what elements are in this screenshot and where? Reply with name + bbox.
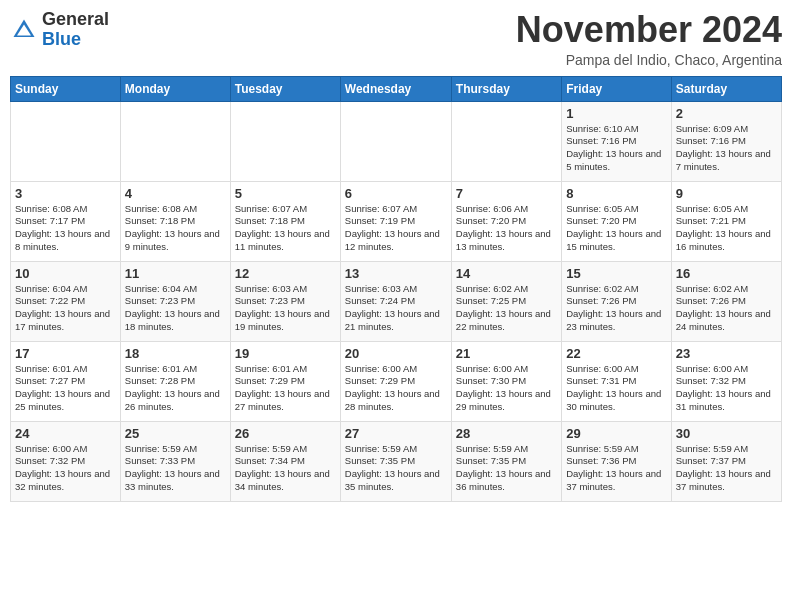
day-info: Sunrise: 6:01 AMSunset: 7:29 PMDaylight:…: [235, 363, 336, 414]
calendar-cell: 13Sunrise: 6:03 AMSunset: 7:24 PMDayligh…: [340, 261, 451, 341]
calendar-cell: [340, 101, 451, 181]
day-number: 7: [456, 186, 557, 201]
day-info: Sunrise: 6:03 AMSunset: 7:23 PMDaylight:…: [235, 283, 336, 334]
page-header: General Blue November 2024 Pampa del Ind…: [10, 10, 782, 68]
day-number: 25: [125, 426, 226, 441]
calendar-table: SundayMondayTuesdayWednesdayThursdayFrid…: [10, 76, 782, 502]
day-number: 17: [15, 346, 116, 361]
day-number: 12: [235, 266, 336, 281]
day-of-week-header: Friday: [562, 76, 671, 101]
day-info: Sunrise: 6:02 AMSunset: 7:25 PMDaylight:…: [456, 283, 557, 334]
calendar-cell: 20Sunrise: 6:00 AMSunset: 7:29 PMDayligh…: [340, 341, 451, 421]
day-info: Sunrise: 6:05 AMSunset: 7:20 PMDaylight:…: [566, 203, 666, 254]
day-info: Sunrise: 6:06 AMSunset: 7:20 PMDaylight:…: [456, 203, 557, 254]
month-title: November 2024: [516, 10, 782, 50]
day-info: Sunrise: 6:08 AMSunset: 7:17 PMDaylight:…: [15, 203, 116, 254]
day-info: Sunrise: 6:00 AMSunset: 7:29 PMDaylight:…: [345, 363, 447, 414]
day-number: 19: [235, 346, 336, 361]
calendar-cell: 10Sunrise: 6:04 AMSunset: 7:22 PMDayligh…: [11, 261, 121, 341]
day-of-week-header: Sunday: [11, 76, 121, 101]
calendar-cell: 4Sunrise: 6:08 AMSunset: 7:18 PMDaylight…: [120, 181, 230, 261]
calendar-week-row: 24Sunrise: 6:00 AMSunset: 7:32 PMDayligh…: [11, 421, 782, 501]
calendar-cell: 6Sunrise: 6:07 AMSunset: 7:19 PMDaylight…: [340, 181, 451, 261]
day-number: 4: [125, 186, 226, 201]
day-number: 13: [345, 266, 447, 281]
calendar-cell: 25Sunrise: 5:59 AMSunset: 7:33 PMDayligh…: [120, 421, 230, 501]
day-info: Sunrise: 5:59 AMSunset: 7:36 PMDaylight:…: [566, 443, 666, 494]
calendar-cell: 16Sunrise: 6:02 AMSunset: 7:26 PMDayligh…: [671, 261, 781, 341]
calendar-cell: 2Sunrise: 6:09 AMSunset: 7:16 PMDaylight…: [671, 101, 781, 181]
logo-blue: Blue: [42, 29, 81, 49]
calendar-cell: 22Sunrise: 6:00 AMSunset: 7:31 PMDayligh…: [562, 341, 671, 421]
day-number: 9: [676, 186, 777, 201]
calendar-cell: 21Sunrise: 6:00 AMSunset: 7:30 PMDayligh…: [451, 341, 561, 421]
calendar-week-row: 10Sunrise: 6:04 AMSunset: 7:22 PMDayligh…: [11, 261, 782, 341]
day-number: 6: [345, 186, 447, 201]
day-number: 27: [345, 426, 447, 441]
day-number: 22: [566, 346, 666, 361]
day-number: 2: [676, 106, 777, 121]
day-info: Sunrise: 5:59 AMSunset: 7:35 PMDaylight:…: [456, 443, 557, 494]
calendar-cell: 12Sunrise: 6:03 AMSunset: 7:23 PMDayligh…: [230, 261, 340, 341]
day-number: 26: [235, 426, 336, 441]
day-info: Sunrise: 6:07 AMSunset: 7:18 PMDaylight:…: [235, 203, 336, 254]
calendar-body: 1Sunrise: 6:10 AMSunset: 7:16 PMDaylight…: [11, 101, 782, 501]
day-info: Sunrise: 6:00 AMSunset: 7:32 PMDaylight:…: [15, 443, 116, 494]
day-info: Sunrise: 5:59 AMSunset: 7:35 PMDaylight:…: [345, 443, 447, 494]
day-number: 28: [456, 426, 557, 441]
day-number: 23: [676, 346, 777, 361]
day-of-week-header: Monday: [120, 76, 230, 101]
day-number: 30: [676, 426, 777, 441]
day-number: 5: [235, 186, 336, 201]
day-of-week-header: Thursday: [451, 76, 561, 101]
calendar-cell: 11Sunrise: 6:04 AMSunset: 7:23 PMDayligh…: [120, 261, 230, 341]
day-number: 24: [15, 426, 116, 441]
calendar-cell: 30Sunrise: 5:59 AMSunset: 7:37 PMDayligh…: [671, 421, 781, 501]
calendar-cell: 15Sunrise: 6:02 AMSunset: 7:26 PMDayligh…: [562, 261, 671, 341]
day-number: 11: [125, 266, 226, 281]
day-number: 18: [125, 346, 226, 361]
calendar-cell: 7Sunrise: 6:06 AMSunset: 7:20 PMDaylight…: [451, 181, 561, 261]
logo-general: General: [42, 9, 109, 29]
calendar-cell: [451, 101, 561, 181]
days-of-week-row: SundayMondayTuesdayWednesdayThursdayFrid…: [11, 76, 782, 101]
calendar-cell: 5Sunrise: 6:07 AMSunset: 7:18 PMDaylight…: [230, 181, 340, 261]
day-of-week-header: Wednesday: [340, 76, 451, 101]
calendar-cell: 17Sunrise: 6:01 AMSunset: 7:27 PMDayligh…: [11, 341, 121, 421]
day-info: Sunrise: 6:09 AMSunset: 7:16 PMDaylight:…: [676, 123, 777, 174]
day-info: Sunrise: 6:10 AMSunset: 7:16 PMDaylight:…: [566, 123, 666, 174]
location: Pampa del Indio, Chaco, Argentina: [516, 52, 782, 68]
day-info: Sunrise: 6:04 AMSunset: 7:22 PMDaylight:…: [15, 283, 116, 334]
day-info: Sunrise: 6:01 AMSunset: 7:28 PMDaylight:…: [125, 363, 226, 414]
logo-icon: [10, 16, 38, 44]
day-info: Sunrise: 6:08 AMSunset: 7:18 PMDaylight:…: [125, 203, 226, 254]
day-number: 10: [15, 266, 116, 281]
day-info: Sunrise: 6:03 AMSunset: 7:24 PMDaylight:…: [345, 283, 447, 334]
calendar-cell: [11, 101, 121, 181]
calendar-cell: 18Sunrise: 6:01 AMSunset: 7:28 PMDayligh…: [120, 341, 230, 421]
calendar-cell: 9Sunrise: 6:05 AMSunset: 7:21 PMDaylight…: [671, 181, 781, 261]
day-number: 14: [456, 266, 557, 281]
day-number: 3: [15, 186, 116, 201]
calendar-cell: 3Sunrise: 6:08 AMSunset: 7:17 PMDaylight…: [11, 181, 121, 261]
day-of-week-header: Tuesday: [230, 76, 340, 101]
day-info: Sunrise: 6:02 AMSunset: 7:26 PMDaylight:…: [566, 283, 666, 334]
calendar-cell: 23Sunrise: 6:00 AMSunset: 7:32 PMDayligh…: [671, 341, 781, 421]
calendar-cell: 26Sunrise: 5:59 AMSunset: 7:34 PMDayligh…: [230, 421, 340, 501]
day-info: Sunrise: 6:00 AMSunset: 7:32 PMDaylight:…: [676, 363, 777, 414]
calendar-week-row: 17Sunrise: 6:01 AMSunset: 7:27 PMDayligh…: [11, 341, 782, 421]
day-number: 1: [566, 106, 666, 121]
calendar-week-row: 1Sunrise: 6:10 AMSunset: 7:16 PMDaylight…: [11, 101, 782, 181]
calendar-cell: 24Sunrise: 6:00 AMSunset: 7:32 PMDayligh…: [11, 421, 121, 501]
calendar-cell: 27Sunrise: 5:59 AMSunset: 7:35 PMDayligh…: [340, 421, 451, 501]
calendar-cell: 8Sunrise: 6:05 AMSunset: 7:20 PMDaylight…: [562, 181, 671, 261]
day-info: Sunrise: 6:07 AMSunset: 7:19 PMDaylight:…: [345, 203, 447, 254]
day-number: 21: [456, 346, 557, 361]
day-info: Sunrise: 6:01 AMSunset: 7:27 PMDaylight:…: [15, 363, 116, 414]
calendar-cell: 1Sunrise: 6:10 AMSunset: 7:16 PMDaylight…: [562, 101, 671, 181]
calendar-week-row: 3Sunrise: 6:08 AMSunset: 7:17 PMDaylight…: [11, 181, 782, 261]
day-number: 15: [566, 266, 666, 281]
calendar-cell: 28Sunrise: 5:59 AMSunset: 7:35 PMDayligh…: [451, 421, 561, 501]
day-number: 20: [345, 346, 447, 361]
day-info: Sunrise: 6:00 AMSunset: 7:31 PMDaylight:…: [566, 363, 666, 414]
